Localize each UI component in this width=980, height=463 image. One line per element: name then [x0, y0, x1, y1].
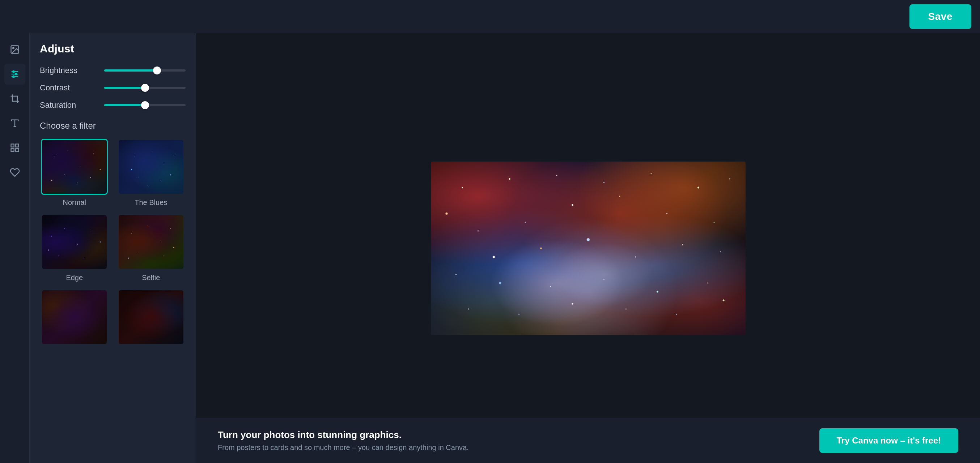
contrast-row: Contrast	[40, 83, 186, 92]
try-canva-button[interactable]: Try Canva now – it's free!	[819, 428, 958, 453]
filter-partial2[interactable]	[116, 289, 186, 349]
panel-content: Brightness Contrast Saturati	[30, 62, 196, 463]
filter-blues-thumb[interactable]	[118, 139, 185, 195]
filter-selfie[interactable]: Selfie	[116, 214, 186, 282]
filter-normal-thumb[interactable]	[41, 139, 108, 195]
adjust-tool-button[interactable]	[4, 63, 25, 84]
filter-partial1-thumb[interactable]	[41, 289, 108, 345]
filter-selfie-label: Selfie	[142, 274, 160, 282]
filter-normal-label: Normal	[63, 198, 86, 207]
filter-blues-label: The Blues	[135, 198, 167, 207]
saturation-row: Saturation	[40, 100, 186, 110]
filter-edge-thumb[interactable]	[41, 214, 108, 270]
banner-subtitle: From posters to cards and so much more –…	[218, 444, 469, 452]
side-panel: Adjust Brightness Contrast	[30, 33, 196, 463]
svg-rect-13	[16, 149, 18, 151]
svg-point-7	[13, 76, 14, 78]
main-layout: Adjust Brightness Contrast	[0, 33, 980, 463]
banner-title: Turn your photos into stunning graphics.	[218, 430, 469, 441]
icon-bar	[0, 33, 30, 463]
filter-selfie-thumb[interactable]	[118, 214, 185, 270]
elements-tool-button[interactable]	[4, 162, 25, 183]
filter-section-title: Choose a filter	[40, 121, 186, 131]
text-tool-button[interactable]	[4, 113, 25, 134]
bottom-banner: Turn your photos into stunning graphics.…	[196, 418, 980, 463]
filter-partial2-thumb[interactable]	[118, 289, 185, 345]
brightness-slider[interactable]	[104, 70, 186, 71]
filter-edge-label: Edge	[66, 274, 83, 282]
adjust-section: Brightness Contrast Saturati	[40, 66, 186, 110]
contrast-label: Contrast	[40, 83, 98, 92]
saturation-slider[interactable]	[104, 104, 186, 106]
saturation-label: Saturation	[40, 100, 98, 110]
svg-point-5	[13, 71, 14, 73]
filter-normal[interactable]: Normal	[40, 139, 109, 207]
filter-blues[interactable]: The Blues	[116, 139, 186, 207]
filter-partial1[interactable]	[40, 289, 109, 349]
save-button[interactable]: Save	[910, 4, 971, 29]
svg-point-6	[15, 73, 17, 75]
filter-section: Choose a filter Normal The	[40, 121, 186, 349]
canvas-image	[431, 162, 746, 335]
brightness-row: Brightness	[40, 66, 186, 75]
filter-grid: Normal The Blues Edge	[40, 139, 186, 349]
image-tool-button[interactable]	[4, 39, 25, 60]
layout-tool-button[interactable]	[4, 137, 25, 158]
crop-tool-button[interactable]	[4, 88, 25, 109]
svg-rect-10	[11, 144, 14, 147]
svg-rect-11	[16, 144, 18, 147]
filter-edge[interactable]: Edge	[40, 214, 109, 282]
brightness-label: Brightness	[40, 66, 98, 75]
top-bar: Save	[0, 0, 980, 33]
contrast-slider[interactable]	[104, 87, 186, 89]
panel-title: Adjust	[30, 33, 196, 62]
svg-rect-12	[11, 149, 14, 151]
main-image	[431, 162, 746, 335]
canvas-area: Turn your photos into stunning graphics.…	[196, 33, 980, 463]
svg-point-1	[13, 48, 14, 49]
banner-text: Turn your photos into stunning graphics.…	[218, 430, 469, 452]
